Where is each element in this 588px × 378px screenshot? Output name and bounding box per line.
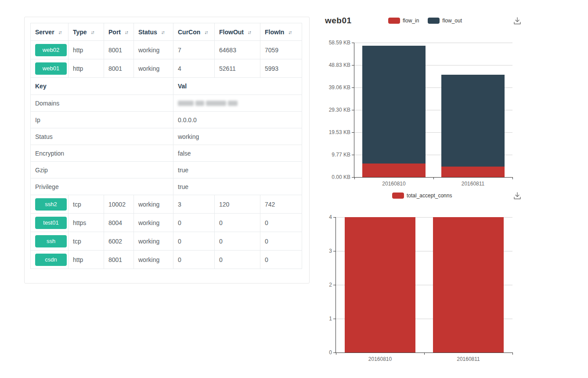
cell-flowout: 120 (215, 195, 260, 214)
bar-segment-flow_out (441, 75, 505, 166)
detail-header-row: Key Val (31, 78, 302, 95)
cell-status: working (134, 195, 173, 214)
legend-swatch-flow-in (388, 18, 400, 24)
detail-row-ip: Ip 0.0.0.0 (31, 112, 302, 128)
sort-icon[interactable]: ↓↑ (58, 29, 62, 35)
server-row: csdn http 8001 working 0 0 0 (31, 251, 302, 269)
legend-label: total_accept_conns (407, 193, 452, 199)
sort-icon[interactable]: ↓↑ (204, 29, 208, 35)
y-axis-tick (352, 177, 354, 178)
y-tick-label: 0 (301, 349, 332, 356)
column-header-port[interactable]: Port↓↑ (104, 23, 134, 41)
y-tick-label: 58.59 KB (320, 39, 350, 46)
server-button-ssh2[interactable]: ssh2 (35, 198, 67, 211)
y-tick-label: 29.30 KB (320, 106, 350, 113)
chart1-plot-area: 0.00 KB9.77 KB19.53 KB29.30 KB39.06 KB48… (354, 43, 512, 178)
detail-row-gzip: Gzip true (31, 162, 302, 178)
chart2-legend: total_accept_conns (392, 193, 452, 199)
cell-flowin: 5993 (260, 59, 302, 78)
column-header-flowin[interactable]: FlowIn↓↑ (260, 23, 302, 41)
detail-val: working (173, 128, 302, 145)
y-axis-tick (333, 353, 335, 353)
sort-icon[interactable]: ↓↑ (91, 29, 95, 35)
sort-icon[interactable]: ↓↑ (288, 29, 292, 35)
gridline (354, 43, 512, 43)
cell-curcon: 4 (173, 59, 215, 78)
val-header: Val (173, 78, 302, 95)
detail-row-domains: Domains (31, 95, 302, 112)
bar-segment-flow_in (441, 167, 505, 177)
x-tick-label: 20160810 (336, 356, 424, 362)
cell-flowin: 0 (260, 251, 302, 269)
detail-row-privilege: Privilege true (31, 178, 302, 195)
server-row: ssh tcp 6002 working 0 0 0 (31, 232, 302, 251)
server-button-test01[interactable]: test01 (35, 217, 67, 229)
column-header-flowout[interactable]: FlowOut↓↑ (215, 23, 260, 41)
y-tick-label: 1 (301, 315, 332, 322)
cell-flowout: 64683 (215, 41, 260, 59)
detail-key: Ip (31, 112, 173, 128)
x-tick-label: 20160811 (424, 356, 512, 362)
legend-label: flow_out (442, 18, 462, 24)
cell-type: http (69, 59, 104, 78)
x-axis-tick (424, 353, 425, 355)
cell-port: 8001 (104, 41, 134, 59)
server-row: test01 https 8004 working 0 0 0 (31, 214, 302, 232)
bar-segment-flow_out (362, 46, 426, 164)
y-tick-label: 0.00 KB (320, 174, 350, 181)
sort-icon[interactable]: ↓↑ (161, 29, 165, 35)
cell-status: working (134, 59, 173, 78)
column-header-status[interactable]: Status↓↑ (134, 23, 173, 41)
y-axis-tick (352, 43, 354, 43)
legend-swatch-flow-out (428, 18, 440, 24)
y-axis-tick (333, 251, 335, 251)
bar (362, 46, 426, 177)
save-as-image-icon[interactable] (512, 16, 523, 26)
bar-segment-flow_in (362, 164, 426, 177)
legend-item-total-accept-conns[interactable]: total_accept_conns (392, 193, 452, 199)
detail-key: Domains (31, 95, 173, 112)
server-button-ssh[interactable]: ssh (35, 235, 67, 247)
detail-key: Encryption (31, 145, 173, 162)
legend-item-flow-out[interactable]: flow_out (428, 18, 462, 24)
bar (433, 217, 504, 353)
cell-type: tcp (69, 195, 104, 214)
detail-key: Status (31, 128, 173, 145)
x-tick-label: 20160810 (354, 181, 433, 187)
bar (345, 217, 415, 353)
cell-type: tcp (69, 232, 104, 251)
sort-icon[interactable]: ↓↑ (248, 29, 252, 35)
y-axis-tick (352, 110, 354, 110)
x-axis-tick (433, 177, 434, 179)
legend-label: flow_in (403, 18, 419, 24)
y-tick-label: 3 (301, 247, 332, 254)
cell-type: http (69, 251, 104, 269)
x-axis-tick (512, 177, 513, 179)
server-row: web01 http 8001 working 4 52611 5993 (31, 59, 302, 78)
cell-curcon: 3 (173, 195, 215, 214)
detail-row-status: Status working (31, 128, 302, 145)
y-tick-label: 9.77 KB (320, 151, 350, 158)
cell-status: working (134, 232, 173, 251)
sort-icon[interactable]: ↓↑ (125, 29, 129, 35)
cell-port: 10002 (104, 195, 134, 214)
detail-val: true (173, 162, 302, 178)
cell-flowin: 0 (260, 232, 302, 251)
bar (441, 75, 505, 177)
column-header-curcon[interactable]: CurCon↓↑ (173, 23, 215, 41)
y-axis-tick (352, 155, 354, 155)
server-button-web02[interactable]: web02 (35, 44, 67, 56)
legend-item-flow-in[interactable]: flow_in (388, 18, 419, 24)
y-axis-tick (352, 65, 354, 65)
column-header-server[interactable]: Server↓↑ (31, 23, 69, 41)
cell-flowout: 0 (215, 232, 260, 251)
y-tick-label: 39.06 KB (320, 84, 350, 91)
server-button-csdn[interactable]: csdn (35, 254, 67, 266)
server-row: web02 http 8001 working 7 64683 7059 (31, 41, 302, 59)
y-tick-label: 19.53 KB (320, 129, 350, 136)
server-row: ssh2 tcp 10002 working 3 120 742 (31, 195, 302, 214)
server-button-web01[interactable]: web01 (35, 62, 67, 75)
save-as-image-icon[interactable] (512, 191, 523, 201)
column-header-type[interactable]: Type↓↑ (69, 23, 104, 41)
x-axis-tick (354, 177, 355, 179)
